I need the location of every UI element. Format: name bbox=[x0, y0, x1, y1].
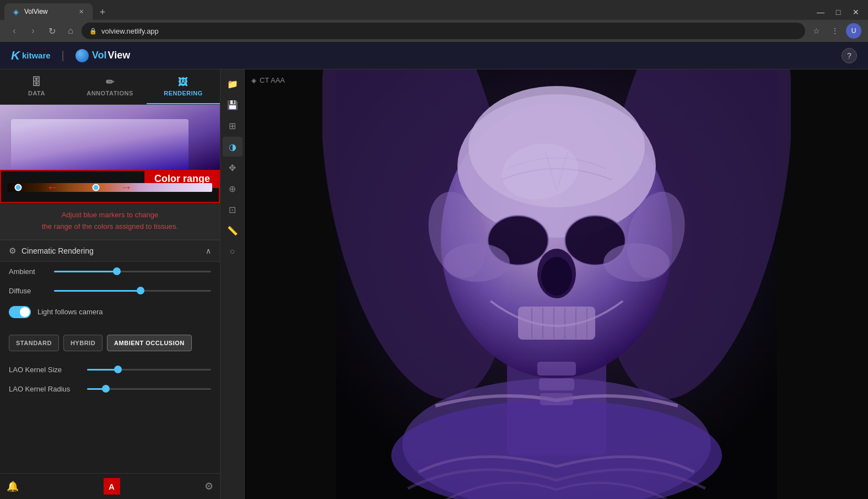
ambient-fill bbox=[54, 271, 117, 272]
notification-button[interactable]: 🔔 bbox=[7, 480, 19, 492]
arrow-left-icon: ← bbox=[47, 180, 59, 195]
nav-forward-button[interactable]: › bbox=[25, 23, 41, 39]
main-viewport[interactable]: ◈ CT AAA bbox=[245, 69, 868, 499]
lao-kernel-size-slider[interactable] bbox=[87, 369, 211, 371]
data-tab-icon: 🗄 bbox=[31, 77, 42, 88]
cinematic-section-title: Cinematic Rendering bbox=[21, 246, 206, 255]
diffuse-thumb[interactable] bbox=[137, 287, 144, 294]
user-badge[interactable]: A bbox=[104, 478, 120, 495]
hint-line2: the range of the colors assigned to tiss… bbox=[11, 221, 209, 233]
help-button[interactable]: ? bbox=[842, 48, 857, 63]
browser-tab-active[interactable]: ◈ VolView ✕ bbox=[4, 3, 93, 20]
volview-sphere-icon bbox=[76, 49, 89, 62]
volview-view-text: View bbox=[107, 50, 130, 61]
section-divider-1 bbox=[0, 324, 220, 328]
nav-more-button[interactable]: ⋮ bbox=[827, 23, 843, 39]
light-toggle[interactable] bbox=[9, 306, 31, 318]
shape-icon-button[interactable]: ○ bbox=[223, 242, 242, 261]
ruler-icon-button[interactable]: 📏 bbox=[223, 221, 242, 240]
preview-inner-shape bbox=[11, 119, 188, 170]
cinematic-section-header[interactable]: ⚙ Cinematic Rendering ∧ bbox=[0, 240, 220, 262]
svg-rect-17 bbox=[518, 307, 595, 340]
diffuse-slider[interactable] bbox=[54, 290, 211, 292]
win-max-button[interactable]: □ bbox=[831, 4, 846, 20]
settings-button[interactable]: ⚙ bbox=[204, 480, 213, 492]
ambient-slider[interactable] bbox=[54, 271, 211, 272]
viewport-dataset-icon: ◈ bbox=[251, 77, 256, 84]
skull-render-svg bbox=[322, 69, 791, 499]
win-min-button[interactable]: — bbox=[813, 4, 828, 20]
logo-divider: | bbox=[62, 49, 64, 62]
browser-tabs-bar: ◈ VolView ✕ + — □ ✕ bbox=[0, 0, 868, 20]
kitware-logo: K kitware bbox=[11, 49, 51, 63]
browser-chrome: ◈ VolView ✕ + — □ ✕ ‹ › ↻ ⌂ 🔒 volview.ne… bbox=[0, 0, 868, 42]
lao-kernel-radius-thumb[interactable] bbox=[102, 385, 110, 393]
nav-refresh-button[interactable]: ↻ bbox=[44, 23, 60, 39]
viewport-label: ◈ CT AAA bbox=[251, 76, 285, 84]
data-tab-label: DATA bbox=[28, 90, 45, 96]
volview-logo: Vol View bbox=[76, 49, 130, 62]
annotations-tab-label: ANNOTATIONS bbox=[87, 90, 133, 96]
user-avatar[interactable]: U bbox=[846, 23, 861, 39]
lao-kernel-size-fill bbox=[87, 369, 118, 371]
win-controls: — □ ✕ bbox=[813, 4, 864, 20]
tab-annotations[interactable]: ✏ ANNOTATIONS bbox=[73, 69, 147, 104]
tab-title: VolView bbox=[24, 8, 47, 15]
lao-kernel-size-thumb[interactable] bbox=[114, 366, 122, 373]
main-area: 🗄 DATA ✏ ANNOTATIONS 🖼 RENDERING bbox=[0, 69, 868, 499]
color-preview-container bbox=[0, 105, 220, 170]
address-bar[interactable]: 🔒 volview.netlify.app bbox=[82, 23, 805, 39]
tab-data[interactable]: 🗄 DATA bbox=[0, 69, 73, 104]
lao-kernel-size-row: LAO Kernel Size bbox=[0, 360, 220, 379]
ambient-row: Ambient bbox=[0, 262, 220, 281]
volview-vol-text: Vol bbox=[92, 50, 107, 61]
nav-home-button[interactable]: ⌂ bbox=[63, 23, 78, 39]
toggle-row: Light follows camera bbox=[0, 301, 220, 324]
color-gradient-bar[interactable]: ← → bbox=[8, 183, 212, 192]
new-tab-button[interactable]: + bbox=[95, 4, 110, 20]
bookmark-button[interactable]: ☆ bbox=[808, 23, 824, 39]
diffuse-row: Diffuse bbox=[0, 281, 220, 301]
color-range-bar-section: Color range ← → bbox=[0, 170, 220, 203]
tabs-bar: 🗄 DATA ✏ ANNOTATIONS 🖼 RENDERING bbox=[0, 69, 220, 105]
standard-mode-button[interactable]: STANDARD bbox=[9, 335, 59, 351]
sidebar-bottom-icons: 🔔 A ⚙ bbox=[0, 473, 220, 499]
ambient-thumb[interactable] bbox=[113, 267, 121, 275]
lao-kernel-radius-slider[interactable] bbox=[87, 388, 211, 390]
render-modes-row: STANDARD HYBRID AMBIENT OCCLUSION bbox=[0, 328, 220, 358]
svg-rect-26 bbox=[540, 393, 573, 405]
tab-close-icon[interactable]: ✕ bbox=[79, 8, 84, 15]
svg-rect-24 bbox=[537, 362, 576, 375]
color-range-slider[interactable]: ← → bbox=[8, 179, 212, 196]
contrast-icon-button[interactable]: ◑ bbox=[223, 137, 242, 157]
svg-rect-25 bbox=[539, 378, 574, 390]
marker-left[interactable] bbox=[14, 184, 21, 191]
hybrid-mode-button[interactable]: HYBRID bbox=[63, 335, 103, 351]
preview-bg bbox=[0, 105, 220, 170]
sidebar-content: Color range ← → bbox=[0, 105, 220, 473]
move-icon-button[interactable]: ✥ bbox=[223, 158, 242, 178]
diffuse-label: Diffuse bbox=[9, 287, 47, 295]
hint-line1: Adjust blue markers to change bbox=[11, 210, 209, 221]
nav-back-button[interactable]: ‹ bbox=[7, 23, 22, 39]
address-text: volview.netlify.app bbox=[101, 27, 159, 35]
tab-favicon: ◈ bbox=[13, 8, 19, 16]
tab-rendering[interactable]: 🖼 RENDERING bbox=[147, 69, 220, 104]
folder-icon-button[interactable]: 📁 bbox=[223, 74, 242, 94]
cinematic-chevron-icon: ∧ bbox=[206, 246, 211, 255]
kitware-k-icon: K bbox=[11, 49, 20, 63]
save-icon-button[interactable]: 💾 bbox=[223, 95, 242, 115]
rendering-tab-label: RENDERING bbox=[164, 90, 203, 96]
win-close-button[interactable]: ✕ bbox=[848, 4, 864, 20]
ambient-occlusion-mode-button[interactable]: AMBIENT OCCLUSION bbox=[107, 335, 192, 351]
color-range-hint: Adjust blue markers to change the range … bbox=[0, 203, 220, 240]
kitware-label: kitware bbox=[22, 51, 51, 60]
toggle-thumb bbox=[20, 307, 30, 317]
marker-middle[interactable] bbox=[92, 184, 99, 191]
app-header: K kitware | Vol View ? bbox=[0, 42, 868, 69]
grid-icon-button[interactable]: ⊞ bbox=[223, 116, 242, 136]
lao-kernel-size-label: LAO Kernel Size bbox=[9, 366, 80, 374]
crop-icon-button[interactable]: ⊡ bbox=[223, 200, 242, 219]
lock-icon: 🔒 bbox=[89, 28, 97, 35]
zoom-icon-button[interactable]: ⊕ bbox=[223, 179, 242, 198]
